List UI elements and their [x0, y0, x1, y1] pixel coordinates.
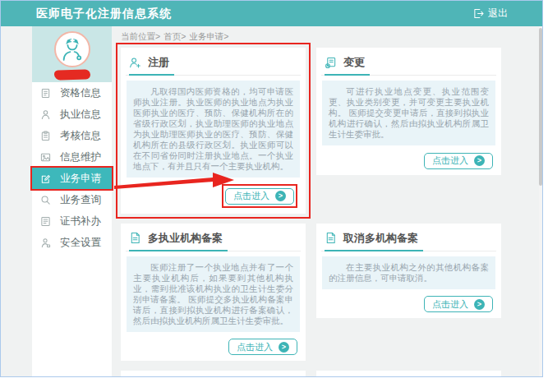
- breadcrumb-prefix: 当前位置>: [121, 31, 160, 43]
- breadcrumb-link[interactable]: 首页>: [163, 31, 186, 43]
- sidebar-item-业务查询[interactable]: 业务查询: [32, 189, 112, 210]
- card-footer: 点击进入>: [126, 339, 301, 356]
- card-header: 变更到军队: [126, 376, 301, 377]
- image-icon: [40, 152, 51, 163]
- breadcrumb-link[interactable]: 业务申请>: [189, 31, 228, 43]
- logout-button[interactable]: 退出: [473, 1, 508, 26]
- chevron-right-icon: >: [279, 342, 289, 353]
- main-content: 当前位置> 首页>业务申请> 注册凡取得国内医师资格的，均可申请医师执业注册。执…: [121, 26, 504, 377]
- sidebar-item-label: 执业信息: [60, 108, 101, 122]
- card-header: 变更: [321, 53, 496, 76]
- button-wrap: 点击进入>: [228, 339, 297, 356]
- enter-button-label: 点击进入: [432, 298, 468, 311]
- button-wrap: 点击进入>: [424, 152, 493, 169]
- chevron-right-icon: >: [474, 155, 485, 166]
- chevron-right-icon: >: [474, 299, 485, 310]
- service-cards-grid: 注册凡取得国内医师资格的，均可申请医师执业注册。执业医师的执业地点为执业医师执业…: [121, 48, 504, 377]
- card-description: 可进行执业地点变更、执业范围变更、执业类别变更，并可变更主要执业机构。 医师提交…: [322, 81, 495, 145]
- card-title-group: 多执业机构备案: [129, 231, 228, 251]
- card-title-group: 取消多机构备案: [325, 231, 423, 251]
- user-add-icon: [129, 57, 141, 69]
- card-header: 取消多机构备案: [321, 229, 496, 251]
- chevron-right-icon: >: [275, 191, 286, 201]
- service-card-多执业机构备案: 多执业机构备案医师注册了一个执业地点并有了一个主要执业机构后，如果要到其他机构执…: [121, 224, 306, 362]
- sidebar-item-label: 业务查询: [60, 193, 101, 207]
- security-icon: [40, 238, 51, 248]
- sidebar-item-业务申请[interactable]: 业务申请: [32, 168, 112, 189]
- person-icon: [40, 109, 51, 120]
- sidebar-item-证书补办[interactable]: 证书补办: [32, 210, 112, 232]
- sidebar-item-label: 证书补办: [60, 214, 101, 228]
- clipboard-icon: [40, 131, 51, 141]
- app-window: 医师电子化注册信息系统 退出: [0, 0, 543, 377]
- sidebar-item-label: 信息维护: [60, 150, 101, 164]
- card-header: 多执业机构备案: [126, 229, 301, 251]
- app-header: 医师电子化注册信息系统 退出: [1, 1, 542, 26]
- card-title: 取消多机构备案: [343, 231, 418, 246]
- doctor-avatar-icon: [54, 31, 90, 67]
- enter-button-label: 点击进入: [237, 341, 273, 353]
- red-annotation-button-box: 点击进入>: [222, 184, 297, 208]
- card-description: 在主要执业机构之外的其他机构备案的注册信息，可申请取消。: [322, 256, 495, 289]
- sidebar-item-label: 业务申请: [60, 172, 101, 186]
- service-card-变更到军队: 变更到军队: [121, 371, 306, 377]
- file-sync-icon: [325, 57, 337, 69]
- card-title: 注册: [148, 55, 169, 70]
- avatar-panel: [32, 26, 112, 82]
- doc-icon: [40, 88, 51, 99]
- enter-button[interactable]: 点击进入>: [424, 153, 493, 169]
- sidebar-item-安全设置[interactable]: 安全设置: [32, 232, 112, 253]
- card-footer: 点击进入>: [321, 152, 496, 169]
- sidebar-item-label: 资格信息: [60, 86, 101, 100]
- redacted-user-name: [53, 69, 90, 81]
- sidebar-item-label: 安全设置: [60, 236, 101, 250]
- certificate-icon: [40, 216, 51, 227]
- enter-button-label: 点击进入: [233, 190, 269, 202]
- breadcrumb: 当前位置> 首页>业务申请>: [121, 26, 504, 48]
- file-icon: [325, 232, 337, 244]
- card-title-group: 变更: [325, 55, 370, 76]
- sidebar: 资格信息执业信息考核信息信息维护业务申请业务查询证书补办安全设置: [32, 26, 112, 376]
- card-description: 医师注册了一个执业地点并有了一个主要执业机构后，如果要到其他机构执业，需到批准该…: [127, 256, 300, 332]
- query-icon: [40, 195, 51, 205]
- logout-label: 退出: [488, 7, 508, 21]
- card-header: 军队变更入: [321, 376, 496, 377]
- card-title-group: 注册: [129, 55, 174, 76]
- app-title: 医师电子化注册信息系统: [36, 1, 172, 26]
- card-description: 凡取得国内医师资格的，均可申请医师执业注册。执业医师的执业地点为执业医师执业的医…: [127, 81, 300, 178]
- scrollbar-track[interactable]: [539, 26, 542, 376]
- enter-button[interactable]: 点击进入>: [424, 296, 493, 312]
- card-header: 注册: [126, 53, 301, 76]
- edit-icon: [40, 173, 51, 184]
- service-card-注册: 注册凡取得国内医师资格的，均可申请医师执业注册。执业医师的执业地点为执业医师执业…: [121, 48, 306, 214]
- service-card-取消多机构备案: 取消多机构备案在主要执业机构之外的其他机构备案的注册信息，可申请取消。点击进入>: [316, 224, 501, 319]
- sidebar-item-考核信息[interactable]: 考核信息: [32, 125, 112, 146]
- enter-button[interactable]: 点击进入>: [225, 188, 294, 205]
- sidebar-item-label: 考核信息: [60, 129, 101, 143]
- card-footer: 点击进入>: [321, 296, 496, 313]
- card-footer: 点击进入>: [126, 184, 301, 208]
- card-title: 多执业机构备案: [148, 231, 223, 246]
- enter-button-label: 点击进入: [432, 154, 468, 167]
- service-card-变更: 变更可进行执业地点变更、执业范围变更、执业类别变更，并可变更主要执业机构。 医师…: [316, 48, 501, 175]
- logout-icon: [473, 8, 484, 19]
- card-title: 变更: [343, 55, 365, 70]
- sidebar-item-信息维护[interactable]: 信息维护: [32, 146, 112, 168]
- button-wrap: 点击进入>: [424, 296, 493, 313]
- scrollbar-thumb[interactable]: [539, 28, 542, 186]
- sidebar-item-资格信息[interactable]: 资格信息: [32, 82, 112, 104]
- file-icon: [129, 232, 141, 244]
- sidebar-menu: 资格信息执业信息考核信息信息维护业务申请业务查询证书补办安全设置: [32, 82, 112, 253]
- sidebar-item-执业信息[interactable]: 执业信息: [32, 104, 112, 125]
- service-card-军队变更入: 军队变更入: [316, 371, 501, 377]
- enter-button[interactable]: 点击进入>: [228, 339, 297, 355]
